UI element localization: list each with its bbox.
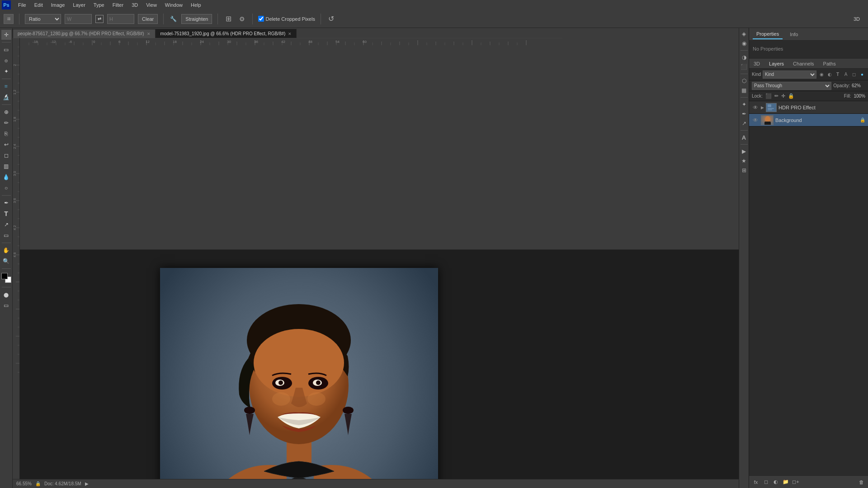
layer-background[interactable]: 👁 [749,114,868,127]
menu-help[interactable]: Help [187,1,205,9]
delete-cropped-checkbox[interactable] [258,16,264,22]
add-style-button[interactable]: fx [752,478,760,486]
canvas-container[interactable] [20,250,739,479]
eraser-tool[interactable]: ◻ [1,150,11,160]
crop-tool-icon[interactable]: ⌗ [4,14,14,24]
lock-position-icon[interactable]: ✛ [781,93,785,99]
menu-3d[interactable]: 3D [128,1,142,9]
new-group-button[interactable]: 📁 [782,478,790,486]
lock-image-icon[interactable]: ✏ [774,93,778,99]
add-mask-button[interactable]: ◻ [762,478,770,486]
menu-view[interactable]: View [142,1,160,9]
tab-people-close[interactable]: ✕ [147,32,151,36]
info-tab[interactable]: Info [786,30,802,39]
layers-footer: fx ◻ ◐ 📁 ◻+ 🗑 [749,475,868,488]
history-brush-tool[interactable]: ↩ [1,140,11,150]
menu-file[interactable]: File [14,1,30,9]
menu-image[interactable]: Image [47,1,69,9]
canvas-image[interactable] [160,268,438,479]
settings-button[interactable]: ⚙ [237,14,247,24]
move-tool[interactable]: ✛ [1,30,11,40]
lasso-tool[interactable]: ⌾ [1,56,11,66]
filter-sm-icon[interactable]: ◻ [851,71,857,78]
marquee-tool[interactable]: ▭ [1,45,11,55]
menu-layer[interactable]: Layer [69,1,89,9]
quick-mask-tool[interactable]: ⬤ [1,290,11,300]
clone-stamp-tool[interactable]: ⎘ [1,129,11,139]
masks-icon[interactable]: ⬛ [740,63,748,71]
ratio-select[interactable]: Ratio [25,14,61,24]
filter-kind-select[interactable]: Kind [763,70,816,79]
separator-1 [19,14,19,24]
properties-tab[interactable]: Properties [753,29,783,39]
foreground-color-swatch[interactable] [1,273,8,279]
healing-tool[interactable]: ⊕ [1,107,11,117]
new-fill-button[interactable]: ◐ [772,478,780,486]
type-tool[interactable]: T [1,209,11,219]
dodge-tool[interactable]: ○ [1,183,11,193]
adjustments-icon[interactable]: ◑ [740,53,748,61]
new-layer-button[interactable]: ◻+ [792,478,800,486]
layers-tab-paths[interactable]: Paths [819,60,840,68]
healing-rt-icon[interactable]: ✦ [740,100,748,108]
layers-tab-3d[interactable]: 3D [749,60,764,68]
grid-overlay-button[interactable]: ⊞ [223,14,233,24]
menu-type[interactable]: Type [90,1,108,9]
straighten-button[interactable]: Straighten [181,14,212,24]
blur-tool[interactable]: 💧 [1,172,11,182]
zoom-tool[interactable]: 🔍 [1,256,11,266]
layer-group-hdr-effect[interactable]: 👁 ▶ HDR PRO Effect [749,101,868,114]
hand-tool[interactable]: ✋ [1,245,11,255]
layer-bg-vis-icon[interactable]: 👁 [752,117,759,124]
opacity-value[interactable]: 62% [852,83,865,88]
menu-edit[interactable]: Edit [31,1,47,9]
star-icon[interactable]: ★ [740,157,748,165]
play-icon[interactable]: ▶ [740,147,748,155]
filter-adj-icon[interactable]: ◐ [826,71,833,78]
filter-shape-icon[interactable]: A [843,71,849,78]
layer-bg-thumb [761,115,774,125]
tab-model-close[interactable]: ✕ [288,32,292,36]
path-select-tool[interactable]: ↗ [1,220,11,230]
brush-tool[interactable]: ✏ [1,118,11,128]
lock-transparent-icon[interactable]: ⬛ [765,93,772,99]
filter-pixel-icon[interactable]: ◉ [818,71,825,78]
swatches-icon[interactable]: ▦ [740,86,748,94]
reset-crop-button[interactable]: ↺ [326,14,336,24]
menu-window[interactable]: Window [161,1,186,9]
filter-toggle[interactable]: ● [859,71,865,78]
group-collapse-arrow[interactable]: ▶ [761,105,764,110]
styles-icon[interactable]: ⬡ [740,77,748,85]
menu-filter[interactable]: Filter [109,1,127,9]
screen-mode-tool[interactable]: ▭ [1,300,11,310]
lock-all-icon[interactable]: 🔒 [788,93,794,99]
ratio-width-input[interactable] [65,14,92,24]
layers-tab-channels[interactable]: Channels [788,60,818,68]
pen-rt-icon[interactable]: ✒ [740,110,748,118]
delete-cropped-label[interactable]: Delete Cropped Pixels [258,16,315,22]
layers-tab-layers[interactable]: Layers [764,60,788,68]
fill-value[interactable]: 100% [854,94,865,99]
forward-arrow[interactable]: ▶ [85,481,89,486]
tab-model[interactable]: model-751983_1920.jpg @ 66.6% (HDR PRO E… [156,29,297,38]
gradient-tool[interactable]: ▥ [1,161,11,171]
filter-type-icon[interactable]: T [835,71,841,78]
grid-rt-icon[interactable]: ⊞ [740,166,748,174]
blend-mode-select[interactable]: Pass Through Normal Multiply Screen [752,82,831,90]
crop-tool[interactable]: ⌗ [1,81,11,91]
swap-dimensions-button[interactable]: ⇄ [95,15,104,23]
quick-select-tool[interactable]: ✦ [1,66,11,76]
eyedropper-tool[interactable]: 🔬 [1,92,11,102]
delete-layer-button[interactable]: 🗑 [857,478,865,486]
tab-people[interactable]: people-875617_1280.jpg @ 66.7% (HDR PRO … [13,29,156,38]
shape-tool[interactable]: ▭ [1,230,11,240]
layer-group-vis-icon[interactable]: 👁 [752,104,759,111]
properties-icon[interactable]: ◈ [740,30,748,38]
select-rt-icon[interactable]: ↗ [740,119,748,127]
text-rt-icon[interactable]: A [740,133,748,141]
pen-tool[interactable]: ✒ [1,198,11,208]
ratio-height-input[interactable] [107,14,134,24]
clear-button[interactable]: Clear [138,14,158,24]
channels-icon[interactable]: ◉ [740,39,748,47]
color-swatches[interactable] [1,273,11,283]
